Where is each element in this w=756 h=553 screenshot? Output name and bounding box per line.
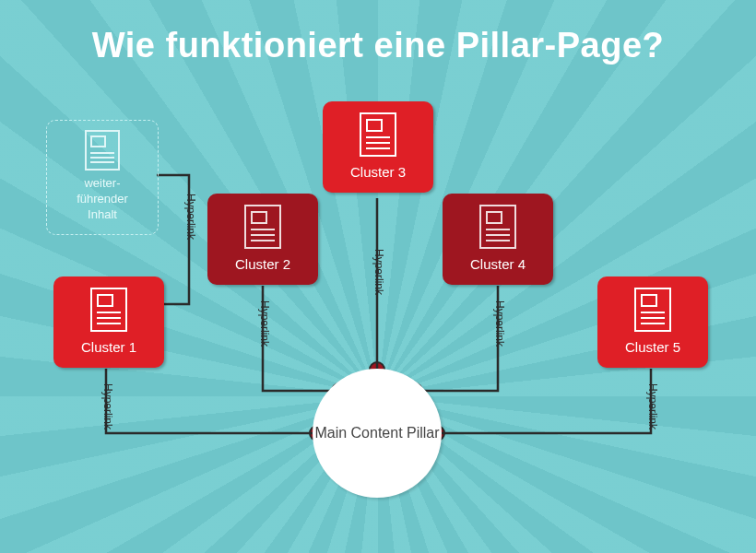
hyperlink-label: Hyperlink	[646, 383, 659, 429]
supplementary-content-card: weiter- führender Inhalt	[46, 120, 159, 235]
cluster-label: Cluster 1	[59, 339, 159, 355]
document-icon	[85, 130, 120, 171]
main-content-pillar: Main Content Pillar	[313, 369, 442, 498]
document-icon	[90, 288, 127, 332]
supplementary-label: weiter- führender Inhalt	[53, 176, 152, 223]
pillar-label: Main Content Pillar	[314, 425, 439, 441]
cluster-2-card: Cluster 2	[207, 194, 318, 285]
cluster-label: Cluster 3	[328, 164, 428, 180]
cluster-3-card: Cluster 3	[323, 101, 433, 193]
diagram-canvas: Wie funktioniert eine Pillar-Page? Hyper…	[0, 0, 756, 553]
document-icon	[479, 205, 516, 249]
cluster-label: Cluster 5	[603, 339, 703, 355]
document-icon	[634, 288, 671, 332]
hyperlink-label: Hyperlink	[258, 300, 271, 347]
document-icon	[244, 205, 281, 249]
hyperlink-label: Hyperlink	[372, 249, 385, 295]
cluster-label: Cluster 4	[448, 256, 548, 272]
document-icon	[360, 112, 396, 157]
cluster-5-card: Cluster 5	[597, 276, 708, 368]
cluster-1-card: Cluster 1	[53, 276, 164, 368]
hyperlink-label: Hyperlink	[493, 300, 506, 347]
hyperlink-label: Hyperlink	[184, 194, 197, 240]
cluster-label: Cluster 2	[213, 256, 313, 272]
cluster-4-card: Cluster 4	[443, 194, 553, 285]
hyperlink-label: Hyperlink	[101, 383, 114, 429]
